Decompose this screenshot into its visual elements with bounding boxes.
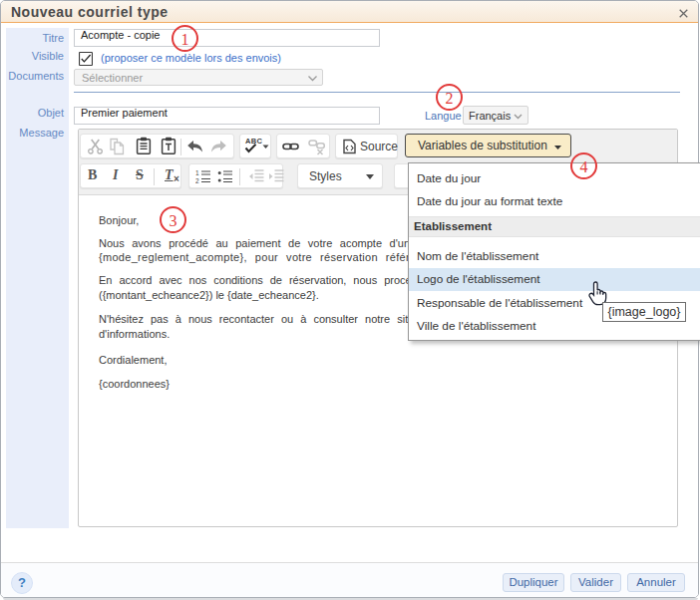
svg-text:2: 2 (195, 177, 199, 184)
svg-text:1: 1 (195, 169, 199, 176)
